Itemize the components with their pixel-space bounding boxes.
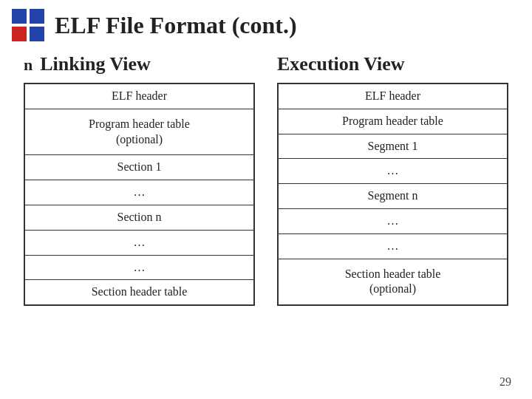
table-row: ELF header: [278, 83, 508, 109]
table-row: Segment 1: [278, 134, 508, 159]
linking-section1: Section 1: [24, 155, 254, 180]
execution-view-table: ELF header Program header table Segment …: [277, 83, 508, 306]
table-row: Program header table: [278, 109, 508, 134]
table-row: …: [278, 233, 508, 259]
linking-dots3: …: [24, 255, 254, 280]
page-number: 29: [499, 375, 511, 389]
svg-rect-1: [30, 9, 44, 24]
table-row: ELF header: [24, 83, 254, 109]
linking-dots2: …: [24, 230, 254, 255]
linking-view-section: n Linking View ELF header Program header…: [24, 53, 255, 306]
svg-rect-2: [12, 27, 27, 41]
exec-segment-n: Segment n: [278, 184, 508, 209]
linking-view-table: ELF header Program header table(optional…: [24, 83, 255, 306]
svg-rect-3: [30, 27, 44, 41]
table-row: Segment n: [278, 184, 508, 209]
page-title: ELF File Format (cont.): [55, 12, 297, 39]
exec-dots2: …: [278, 208, 508, 233]
linking-dots1: …: [24, 180, 254, 205]
linking-elf-header: ELF header: [24, 83, 254, 109]
table-row: …: [24, 255, 254, 280]
table-row: Section n: [24, 205, 254, 230]
exec-dots1: …: [278, 159, 508, 184]
header: ELF File Format (cont.): [0, 0, 532, 47]
exec-program-header: Program header table: [278, 109, 508, 134]
table-row: …: [278, 159, 508, 184]
exec-segment1: Segment 1: [278, 134, 508, 159]
table-row: …: [278, 208, 508, 233]
execution-view-section: Execution View ELF header Program header…: [277, 53, 508, 306]
logo-icon: [12, 9, 44, 41]
bullet: n: [24, 57, 33, 73]
linking-section-n: Section n: [24, 205, 254, 230]
exec-elf-header: ELF header: [278, 83, 508, 109]
table-row: Section header table(optional): [278, 259, 508, 305]
svg-rect-0: [12, 9, 27, 24]
table-row: Section header table: [24, 280, 254, 305]
execution-view-title: Execution View: [277, 53, 405, 75]
table-row: …: [24, 180, 254, 205]
exec-dots3: …: [278, 233, 508, 259]
table-row: Program header table(optional): [24, 109, 254, 155]
main-content: n Linking View ELF header Program header…: [0, 47, 532, 306]
table-row: Section 1: [24, 155, 254, 180]
exec-section-header-table: Section header table(optional): [278, 259, 508, 305]
linking-view-header: n Linking View: [24, 53, 255, 75]
linking-program-header: Program header table(optional): [24, 109, 254, 155]
linking-section-header-table: Section header table: [24, 280, 254, 305]
linking-view-title: Linking View: [40, 53, 151, 75]
views-row: n Linking View ELF header Program header…: [24, 53, 508, 306]
table-row: …: [24, 230, 254, 255]
